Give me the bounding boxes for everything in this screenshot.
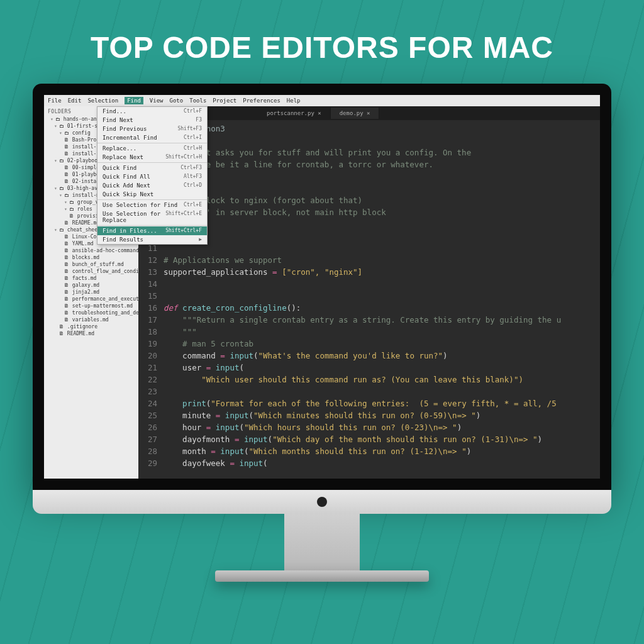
code-line[interactable]: server' block to nginx (forgot about tha… xyxy=(164,194,600,206)
code-line[interactable] xyxy=(164,242,600,254)
code-line[interactable]: supported_applications = ["cron", "nginx… xyxy=(164,266,600,278)
menu-help[interactable]: Help xyxy=(287,97,301,104)
menu-goto[interactable]: Goto xyxy=(170,97,184,104)
tab[interactable]: demo.py × xyxy=(331,108,380,119)
code-line[interactable] xyxy=(164,135,600,147)
file-item[interactable]: 🗎 blocks.md xyxy=(44,254,138,261)
menu-project[interactable]: Project xyxy=(213,97,236,104)
code-line[interactable] xyxy=(164,230,600,242)
code-line[interactable] xyxy=(164,278,600,290)
file-item[interactable]: 🗎 README.md xyxy=(44,330,138,337)
code-line[interactable]: line. Like be it a line for crontab, a t… xyxy=(164,158,600,170)
code-line[interactable]: dayofmonth = input("Which day of the mon… xyxy=(164,433,600,445)
editor-area: portscanner.py ×demo.py × 12345678910111… xyxy=(138,106,600,479)
file-item[interactable]: 🗎 control_flow_and_conditiona xyxy=(44,268,138,275)
menu-item[interactable]: Find NextF3 xyxy=(97,116,207,125)
menu-item[interactable]: Quick Skip Next xyxy=(97,190,207,199)
tab[interactable]: portscanner.py × xyxy=(258,108,331,119)
code-line[interactable] xyxy=(164,182,600,194)
code-line[interactable]: 'location' in server block, not main htt… xyxy=(164,206,600,218)
menu-edit[interactable]: Edit xyxy=(68,97,82,104)
menubar[interactable]: FileEditSelectionFindViewGotoToolsProjec… xyxy=(44,95,600,106)
code-line[interactable]: month = input("Which months should this … xyxy=(164,445,600,457)
code-line[interactable]: "Which user should this command run as? … xyxy=(164,374,600,386)
file-item[interactable]: 🗎 facts.md xyxy=(44,275,138,282)
menu-preferences[interactable]: Preferences xyxy=(243,97,280,104)
code-line[interactable] xyxy=(164,290,600,302)
file-item[interactable]: 🗎 troubleshooting_and_debugg xyxy=(44,309,138,316)
code-line[interactable]: """Return a single crontab entry as a st… xyxy=(164,314,600,326)
menu-item[interactable]: Quick Add NextCtrl+D xyxy=(97,181,207,190)
monitor-stand-base xyxy=(215,570,429,582)
find-menu-dropdown[interactable]: Find...Ctrl+FFind NextF3Find PreviousShi… xyxy=(97,106,208,245)
menu-find[interactable]: Find xyxy=(125,97,143,104)
monitor-stand-neck xyxy=(284,514,360,570)
code-line[interactable]: user = input( xyxy=(164,362,600,374)
code-line[interactable]: def create_cron_configline(): xyxy=(164,302,600,314)
file-item[interactable]: 🗎 ansible-ad-hoc-commands xyxy=(44,247,138,254)
menu-item[interactable]: Replace...Ctrl+H xyxy=(97,144,207,153)
monitor-mockup: FileEditSelectionFindViewGotoToolsProjec… xyxy=(33,84,611,582)
file-item[interactable]: 🗎 bunch_of_stuff.md xyxy=(44,261,138,268)
monitor-chin xyxy=(33,490,611,514)
menu-item[interactable]: Quick Find AllAlt+F3 xyxy=(97,172,207,181)
menu-item[interactable]: Find...Ctrl+F xyxy=(97,107,207,116)
code-line[interactable]: dayofweek = input( xyxy=(164,457,600,469)
editor-window: FileEditSelectionFindViewGotoToolsProjec… xyxy=(44,95,600,479)
code-line[interactable]: command = input("What's the command you'… xyxy=(164,350,600,362)
code-line[interactable]: d where it asks you for stuff and will p… xyxy=(164,147,600,158)
code-line[interactable]: # man 5 crontab xyxy=(164,338,600,350)
file-item[interactable]: 🗎 jinja2.md xyxy=(44,289,138,296)
code-line[interactable]: # Applications we support xyxy=(164,254,600,266)
code-line[interactable] xyxy=(164,386,600,397)
code-view[interactable]: 1234567891011121314151617181920212223242… xyxy=(138,120,600,469)
file-item[interactable]: 🗎 galaxy.md xyxy=(44,282,138,289)
menu-item[interactable]: Find in Files...Shift+Ctrl+F xyxy=(97,226,207,235)
menu-item[interactable]: Use Selection for FindCtrl+E xyxy=(97,201,207,209)
file-item[interactable]: 🗎 set-up-mattermost.md xyxy=(44,303,138,309)
menu-tools[interactable]: Tools xyxy=(189,97,206,104)
code-line[interactable] xyxy=(164,170,600,182)
code-line[interactable] xyxy=(164,218,600,230)
menu-item[interactable]: Use Selection for ReplaceShift+Ctrl+E xyxy=(97,209,207,225)
code-line[interactable]: """ xyxy=(164,326,600,338)
menu-selection[interactable]: Selection xyxy=(87,97,118,104)
file-item[interactable]: 🗎 variables.md xyxy=(44,316,138,323)
menu-item[interactable]: Find PreviousShift+F3 xyxy=(97,125,207,133)
menu-item[interactable]: Incremental FindCtrl+I xyxy=(97,133,207,142)
code-line[interactable]: hour = input("Which hours should this ru… xyxy=(164,421,600,433)
file-item[interactable]: 🗎 .gitignore xyxy=(44,323,138,330)
page-headline: TOP CODE EDITORS FOR MAC xyxy=(0,0,644,84)
menu-item[interactable]: Replace NextShift+Ctrl+H xyxy=(97,153,207,162)
code-line[interactable]: minute = input("Which minutes should thi… xyxy=(164,409,600,421)
menu-view[interactable]: View xyxy=(150,97,164,104)
menu-item[interactable]: Find Results▶ xyxy=(97,235,207,244)
code-line[interactable]: n/env python3 xyxy=(164,123,600,135)
file-item[interactable]: 🗎 performance_and_execution xyxy=(44,296,138,303)
menu-item[interactable]: Quick FindCtrl+F3 xyxy=(97,164,207,172)
tab-bar[interactable]: portscanner.py ×demo.py × xyxy=(138,106,600,120)
menu-file[interactable]: File xyxy=(48,97,62,104)
code-line[interactable]: print("Format for each of the following … xyxy=(164,397,600,409)
